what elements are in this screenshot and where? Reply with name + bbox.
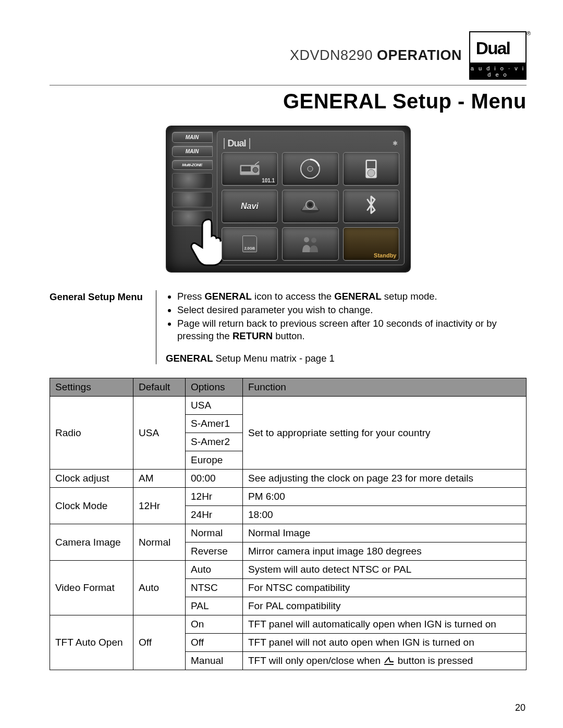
instructions-block: General Setup Menu Press GENERAL icon to… — [50, 290, 527, 364]
cell-setting-camera: Camera Image — [50, 524, 133, 561]
grid-standby[interactable]: Standby — [343, 227, 400, 261]
model-number: XDVDN8290 — [290, 47, 373, 63]
eject-open-icon — [383, 656, 395, 665]
disc-icon — [299, 158, 321, 180]
cell-option: S-Amer2 — [186, 433, 243, 451]
grid-radio[interactable]: 101.1 — [222, 152, 278, 186]
radio-icon — [239, 162, 260, 176]
header-model-line: XDVDN8290 OPERATION — [290, 47, 462, 64]
cell-option: Normal — [186, 524, 243, 542]
col-header-settings: Settings — [50, 378, 133, 397]
cell-default-radio: USA — [133, 397, 186, 470]
cell-default-video: Auto — [133, 561, 186, 615]
col-header-default: Default — [133, 378, 186, 397]
svg-point-14 — [311, 238, 316, 243]
device-left-tabs: MAIN MAIN Multi-ZONE — [172, 131, 213, 265]
cell-function: TFT panel will not auto open when IGN is… — [243, 634, 527, 652]
sd-capacity: 2.0GB — [244, 246, 255, 250]
cell-setting-clockmode: Clock Mode — [50, 488, 133, 524]
instructions-list: Press GENERAL icon to access the GENERAL… — [166, 290, 527, 342]
side-icon-speaker[interactable] — [172, 192, 213, 207]
cell-option: Reverse — [186, 542, 243, 561]
table-row: Clock Mode 12Hr 12Hr PM 6:00 — [50, 488, 527, 506]
table-row: Radio USA USA Set to appropriate setting… — [50, 397, 527, 415]
instruction-item-2: Select desired parameter you wish to cha… — [177, 304, 527, 316]
instruction-item-3: Page will return back to previous screen… — [177, 317, 527, 342]
cell-default-tft: Off — [133, 615, 186, 670]
grid-disc[interactable] — [282, 152, 339, 186]
table-row: TFT Auto Open Off On TFT panel will auto… — [50, 615, 527, 634]
grid-aux[interactable] — [282, 227, 339, 261]
grid-ipod[interactable] — [343, 152, 400, 186]
device-topbar: Dual ✱ — [222, 134, 400, 152]
cell-function: PM 6:00 — [243, 488, 527, 506]
navi-label: Navi — [241, 202, 259, 211]
cell-function: Normal Image — [243, 524, 527, 542]
tab-multizone[interactable]: Multi-ZONE — [172, 160, 213, 170]
bluetooth-status-icon: ✱ — [393, 140, 398, 147]
camera-icon — [300, 199, 321, 214]
tab-main-1[interactable]: MAIN — [172, 132, 213, 143]
ipod-icon — [365, 159, 377, 179]
cell-option: S-Amer1 — [186, 415, 243, 433]
cell-function: Mirror camera input image 180 degrees — [243, 542, 527, 561]
cell-function: 18:00 — [243, 506, 527, 524]
table-row: Camera Image Normal Normal Normal Image — [50, 524, 527, 542]
cell-option: USA — [186, 397, 243, 415]
header-rule — [50, 85, 527, 85]
page-number: 20 — [515, 702, 525, 713]
cell-setting-clockadjust: Clock adjust — [50, 470, 133, 488]
svg-point-12 — [308, 203, 312, 207]
cell-option: NTSC — [186, 579, 243, 597]
grid-camera[interactable] — [282, 190, 339, 223]
cell-default-camera: Normal — [133, 524, 186, 561]
people-icon — [300, 235, 321, 253]
cell-default-clockmode: 12Hr — [133, 488, 186, 524]
cell-default-clockadjust: AM — [133, 470, 186, 488]
cell-option: Auto — [186, 561, 243, 579]
page-title: GENERAL Setup - Menu — [50, 90, 527, 113]
grid-navi[interactable]: Navi — [222, 190, 278, 223]
cell-setting-video: Video Format — [50, 561, 133, 615]
col-header-options: Options — [186, 378, 243, 397]
grid-bluetooth[interactable] — [343, 190, 400, 223]
svg-line-4 — [255, 162, 259, 165]
device-brand: Dual — [224, 138, 250, 149]
side-icon-settings[interactable] — [172, 211, 213, 226]
svg-point-6 — [308, 166, 313, 171]
table-row: Clock adjust AM 00:00 See adjusting the … — [50, 470, 527, 488]
cell-function-tft-manual: TFT will only open/close when button is … — [243, 652, 527, 670]
svg-rect-8 — [367, 161, 375, 168]
table-header-row: Settings Default Options Function — [50, 378, 527, 397]
cell-option: Europe — [186, 451, 243, 470]
device-screenshot: MAIN MAIN Multi-ZONE Dual ✱ — [50, 126, 527, 273]
svg-text:Dual: Dual — [476, 39, 510, 58]
instructions-label: General Setup Menu — [50, 290, 156, 364]
cell-option: Manual — [186, 652, 243, 670]
dual-logo-icon: Dual — [474, 36, 521, 59]
settings-matrix-table: Settings Default Options Function Radio … — [50, 378, 527, 670]
standby-label: Standby — [374, 252, 396, 258]
page-header: XDVDN8290 OPERATION Dual a u d i o · v i… — [50, 31, 527, 80]
table-row: Video Format Auto Auto System will auto … — [50, 561, 527, 579]
cell-function: For PAL compatibility — [243, 597, 527, 615]
cell-option: 12Hr — [186, 488, 243, 506]
tab-main-2[interactable]: MAIN — [172, 146, 213, 157]
bluetooth-icon — [364, 194, 378, 219]
svg-point-3 — [253, 167, 258, 172]
device-main-panel: Dual ✱ 101.1 — [217, 131, 405, 265]
brand-logo-top: Dual — [469, 31, 527, 64]
cell-setting-radio: Radio — [50, 397, 133, 470]
grid-sdcard[interactable]: 2.0GB — [222, 227, 278, 261]
col-header-function: Function — [243, 378, 527, 397]
device-screen: MAIN MAIN Multi-ZONE Dual ✱ — [166, 126, 411, 273]
svg-point-13 — [304, 237, 309, 242]
cell-function: System will auto detect NTSC or PAL — [243, 561, 527, 579]
cell-option: 00:00 — [186, 470, 243, 488]
operation-label: OPERATION — [377, 47, 462, 63]
instructions-body: Press GENERAL icon to access the GENERAL… — [156, 290, 527, 364]
brand-logo-tag: a u d i o · v i d e o — [469, 64, 527, 80]
sd-card-icon: 2.0GB — [242, 236, 257, 252]
instruction-item-1: Press GENERAL icon to access the GENERAL… — [177, 290, 527, 303]
side-icon-disc[interactable] — [172, 173, 213, 189]
